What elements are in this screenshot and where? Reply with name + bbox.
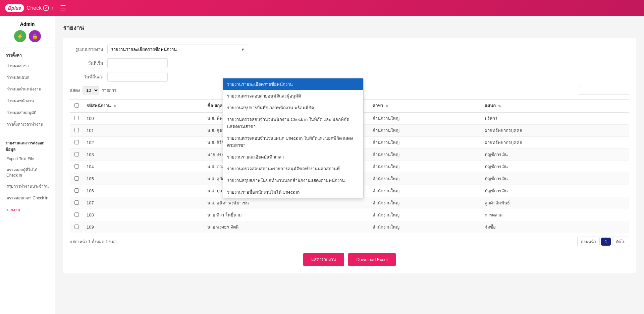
row-checkbox-2[interactable] — [74, 140, 79, 144]
cell-dept-3: บัญชีการเงิน — [481, 149, 629, 161]
per-page-select[interactable]: 10 25 50 — [83, 86, 99, 95]
cell-branch-8: สำนักงานใหญ่ — [369, 209, 481, 221]
sidebar-section-settings-title: การตั้งค่า — [0, 48, 55, 60]
row-checkbox-1[interactable] — [74, 128, 79, 132]
logo-in-text: in — [50, 5, 54, 11]
show-report-button[interactable]: แสดงรายงาน — [303, 253, 344, 266]
sidebar-item-checkin-check[interactable]: ตรวจสอบผู้ที่ไม่ได้ Check in — [0, 164, 55, 180]
logo-badge: Bplus — [5, 4, 24, 12]
sidebar-item-approval[interactable]: กำหนดสายอนุมัติ — [0, 107, 55, 118]
col-checkbox — [70, 99, 83, 112]
cell-dept-4: บัญชีการเงิน — [481, 161, 629, 173]
pagination-buttons: ก่อนหน้า 1 ถัดไป — [577, 237, 629, 246]
cell-branch-5: สำนักงานใหญ่ — [369, 173, 481, 185]
row-checkbox-4[interactable] — [74, 164, 79, 169]
sort-icon-branch[interactable]: ⇅ — [385, 104, 388, 108]
dropdown-item-5[interactable]: รายงานรายละเอียดบันทึกเวลา — [223, 151, 363, 163]
cell-name-9: นาย พงศธร จิตดี — [204, 221, 369, 233]
sidebar-username: Admin — [5, 21, 49, 27]
main-layout: Admin ⚡ 🔒 การตั้งค่า กำหนดสาขา กำหนดแผนก… — [0, 16, 644, 314]
form-area: รูปแบบรายงาน รายงานรายละเอียดรายชื่อพนัก… — [63, 38, 636, 273]
sidebar-divider — [0, 133, 55, 133]
sort-icon-id[interactable]: ⇅ — [113, 104, 116, 108]
logo-area: Bplus Check ✓ in — [5, 4, 55, 12]
cell-id-7: 107 — [83, 197, 204, 209]
sidebar-power-icon[interactable]: ⚡ — [14, 30, 26, 42]
sidebar-item-dept[interactable]: กำหนดแผนก — [0, 71, 55, 83]
end-date-label: วันที่สิ้นสุด — [70, 73, 103, 80]
per-page-label: รายการ — [102, 87, 116, 94]
hamburger-icon[interactable]: ☰ — [60, 4, 66, 12]
cell-dept-7: ลูกค้าสัมพันธ์ — [481, 197, 629, 209]
current-page-button[interactable]: 1 — [601, 238, 611, 246]
sidebar-item-worktime[interactable]: การตั้งค่าเวลาทำงาน — [0, 118, 55, 130]
download-excel-button[interactable]: Download Excel — [348, 253, 395, 266]
report-type-select-wrapper: รายงานรายละเอียดรายชื่อพนักงาน ▼ — [107, 45, 248, 54]
table-row: 109 นาย พงศธร จิตดี สำนักงานใหญ่ จัดซื้อ — [70, 221, 629, 233]
dropdown-item-6[interactable]: รายงานตรวจสอบสถานะรายการอนุมัติขอทำงานนอ… — [223, 163, 363, 175]
logo-check-text: Check — [26, 5, 42, 11]
start-date-row: วันที่เริ่ม — [70, 58, 629, 68]
row-checkbox-0[interactable] — [74, 116, 79, 120]
sidebar-item-report[interactable]: รายงาน — [0, 204, 55, 215]
row-checkbox-6[interactable] — [74, 188, 79, 193]
row-checkbox-7[interactable] — [74, 200, 79, 205]
pagination-info: แสดงหน้า 1 ทั้งหมด 1 หน้า — [70, 238, 117, 245]
cell-branch-0: สำนักงานใหญ่ — [369, 112, 481, 125]
next-page-button[interactable]: ถัดไป — [612, 237, 629, 246]
prev-page-button[interactable]: ก่อนหน้า — [577, 237, 600, 246]
topnav: Bplus Check ✓ in ☰ — [0, 0, 644, 16]
dropdown-item-0[interactable]: รายงานรายละเอียดรายชื่อพนักงาน — [223, 78, 363, 90]
dropdown-item-2[interactable]: รายงานสรุปการบันทึกเวลาพนักงาน พร้อมพิกั… — [223, 102, 363, 114]
sidebar-item-branch[interactable]: กำหนดสาขา — [0, 60, 55, 71]
cell-id-8: 108 — [83, 209, 204, 221]
sidebar-user-section: Admin ⚡ 🔒 — [0, 16, 55, 48]
start-date-input[interactable] — [107, 58, 168, 68]
show-label: แสดง — [70, 87, 80, 94]
row-checkbox-3[interactable] — [74, 152, 79, 156]
row-checkbox-8[interactable] — [74, 212, 79, 217]
cell-id-9: 109 — [83, 221, 204, 233]
dropdown-item-3[interactable]: รายงานตรวจสอบจำนวนพนักงาน Check in ในพิก… — [223, 114, 363, 132]
cell-branch-3: สำนักงานใหญ่ — [369, 149, 481, 161]
sidebar-item-export-text[interactable]: Export Text File — [0, 154, 55, 164]
sidebar-section-reports-title: รายงานและการส่งออกข้อมูล — [0, 136, 55, 154]
cell-branch-9: สำนักงานใหญ่ — [369, 221, 481, 233]
dropdown-item-8[interactable]: รายงานรายชื่อพนักงานไม่ได้ Check in — [223, 186, 363, 198]
row-checkbox-5[interactable] — [74, 176, 79, 181]
start-date-label: วันที่เริ่ม — [70, 60, 103, 67]
logo-title: Check ✓ in — [26, 5, 55, 11]
checkin-icon: ✓ — [43, 5, 49, 11]
row-checkbox-9[interactable] — [74, 225, 79, 229]
dropdown-item-7[interactable]: รายงานสรุปสภาพในขอทำงานนอกสำนักงานแสดงตา… — [223, 175, 363, 186]
cell-name-8: นาย ทิวา โพธิ์นาม — [204, 209, 369, 221]
content-area: รายงาน รูปแบบรายงาน รายงานรายละเอียดรายช… — [55, 16, 644, 314]
col-employee-id: รหัสพนักงาน ⇅ — [83, 99, 204, 112]
sidebar-item-daily-summary[interactable]: สรุปการทำงานประจำวัน — [0, 180, 55, 192]
sidebar-item-checkin-time[interactable]: ตรวจสอบเวลา Check in — [0, 192, 55, 204]
sidebar-icon-group: ⚡ 🔒 — [5, 30, 49, 42]
cell-dept-9: จัดซื้อ — [481, 221, 629, 233]
search-input[interactable] — [579, 86, 629, 95]
select-all-checkbox[interactable] — [74, 103, 79, 108]
report-type-dropdown: รายงานรายละเอียดรายชื่อพนักงาน รายงานตรว… — [223, 78, 364, 198]
cell-dept-2: ฝ่ายทรัพยากรบุคคล — [481, 137, 629, 149]
end-date-input[interactable] — [107, 72, 168, 82]
cell-name-7: น.ส. สุนิดา พงษ์บาเชน — [204, 197, 369, 209]
cell-id-3: 103 — [83, 149, 204, 161]
cell-id-6: 106 — [83, 185, 204, 197]
report-type-select[interactable]: รายงานรายละเอียดรายชื่อพนักงาน — [107, 45, 248, 54]
action-buttons: แสดงรายงาน Download Excel — [70, 253, 629, 266]
sidebar-lock-icon[interactable]: 🔒 — [29, 30, 41, 42]
dropdown-item-1[interactable]: รายงานตรวจสอบสายอนุมัติและผู้อนุมัติ — [223, 90, 363, 102]
dropdown-item-4[interactable]: รายงานตรวจสอบจำนวนแผนก Check in ในพิกัดแ… — [223, 132, 363, 151]
sidebar: Admin ⚡ 🔒 การตั้งค่า กำหนดสาขา กำหนดแผนก… — [0, 16, 55, 314]
cell-dept-1: ฝ่ายทรัพยากรบุคคล — [481, 125, 629, 137]
cell-branch-4: สำนักงานใหญ่ — [369, 161, 481, 173]
cell-id-5: 105 — [83, 173, 204, 185]
col-dept: แผนก ⇅ — [481, 99, 629, 112]
sidebar-item-employee[interactable]: กำหนดพนักงาน — [0, 95, 55, 107]
sidebar-item-position[interactable]: กำหนดตำแหน่งงาน — [0, 83, 55, 95]
cell-dept-0: บริหาร — [481, 112, 629, 125]
sort-icon-dept[interactable]: ⇅ — [498, 104, 501, 108]
